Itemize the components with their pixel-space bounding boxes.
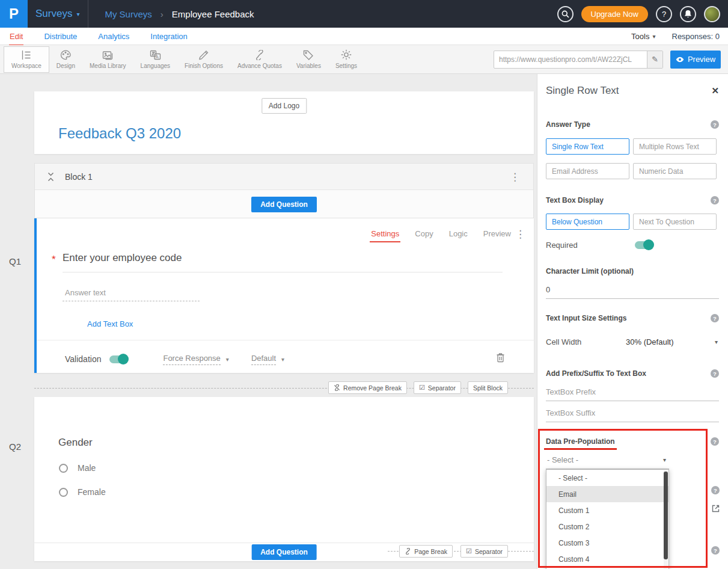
remove-page-break-button[interactable]: Remove Page Break: [328, 381, 407, 394]
close-icon[interactable]: ✕: [711, 85, 719, 96]
breadcrumb-current: Employee Feedback: [172, 9, 254, 19]
question-icon[interactable]: ?: [711, 120, 719, 129]
block-end-controls: Page Break ☑ Separator: [399, 545, 508, 558]
answer-text-field[interactable]: Answer text: [63, 287, 200, 301]
trash-icon[interactable]: [496, 352, 505, 365]
toolbar-item-finish-options[interactable]: Finish Options: [177, 46, 230, 73]
block-name[interactable]: Block 1: [65, 172, 93, 182]
collapse-block-icon[interactable]: [47, 172, 55, 182]
dropdown-option-email[interactable]: Email: [546, 486, 668, 502]
character-limit-input[interactable]: [546, 283, 719, 299]
dropdown-option-custom4[interactable]: Custom 4: [546, 551, 668, 567]
scrollbar-thumb[interactable]: [664, 472, 668, 559]
cell-width-value[interactable]: 30% (Default): [626, 337, 673, 346]
product-label: Surveys: [35, 8, 72, 20]
data-prepopulation-select[interactable]: - Select - ▾: [546, 454, 669, 469]
svg-text:A: A: [156, 54, 159, 60]
question-card-q1: Settings Copy Logic Preview ⋮ * Enter yo…: [34, 218, 534, 373]
block-menu-icon[interactable]: ⋮: [510, 170, 520, 183]
chevron-down-icon[interactable]: ▾: [281, 356, 284, 363]
toolbar-item-design[interactable]: Design: [49, 46, 82, 73]
scrollbar[interactable]: [664, 470, 668, 569]
required-toggle[interactable]: [635, 241, 653, 249]
question-text-q2[interactable]: Gender: [58, 437, 93, 449]
tab-copy[interactable]: Copy: [415, 229, 433, 238]
required-asterisk: *: [52, 254, 56, 266]
design-icon: [60, 50, 72, 60]
add-question-button-top[interactable]: Add Question: [251, 197, 317, 212]
radio-button[interactable]: [59, 488, 68, 497]
split-block-button[interactable]: Split Block: [468, 381, 508, 394]
surveys-product-menu[interactable]: Surveys ▾: [35, 8, 79, 20]
toolbar-item-media-library[interactable]: Media Library: [82, 46, 133, 73]
question-icon[interactable]: ?: [711, 369, 719, 378]
breadcrumb-parent[interactable]: My Surveys: [105, 9, 151, 19]
survey-url-input[interactable]: [494, 55, 647, 64]
survey-url-box: ✎: [494, 51, 663, 69]
toolbar-item-workspace[interactable]: Workspace: [4, 46, 49, 73]
question-text-q1[interactable]: Enter your employee code: [63, 252, 182, 264]
breadcrumb-separator: ›: [161, 9, 164, 19]
default-dropdown[interactable]: Default: [251, 354, 276, 365]
add-logo-button[interactable]: Add Logo: [262, 98, 307, 114]
responses-count[interactable]: Responses: 0: [672, 32, 720, 41]
question-menu-icon[interactable]: ⋮: [515, 228, 525, 241]
force-response-dropdown[interactable]: Force Response: [163, 354, 220, 365]
survey-title[interactable]: Feedback Q3 2020: [58, 125, 181, 142]
page-break-button[interactable]: Page Break: [399, 545, 453, 558]
option-single-row-text[interactable]: Single Row Text: [546, 138, 629, 155]
add-text-box-link[interactable]: Add Text Box: [87, 319, 133, 328]
search-button[interactable]: [557, 6, 574, 22]
textbox-suffix-input[interactable]: [546, 407, 719, 422]
nav-tab-edit[interactable]: Edit: [10, 32, 23, 41]
nav-tab-analytics[interactable]: Analytics: [98, 32, 129, 41]
chevron-down-icon[interactable]: ▾: [715, 339, 718, 345]
add-question-button-bottom[interactable]: Add Question: [251, 544, 317, 560]
preview-button[interactable]: Preview: [670, 51, 721, 69]
question-icon[interactable]: ?: [711, 546, 720, 555]
prefix-suffix-section: Add Prefix/Suffix To Text Box ?: [546, 369, 719, 378]
search-icon: [561, 10, 569, 18]
user-avatar[interactable]: [704, 6, 720, 22]
help-button[interactable]: ?: [656, 6, 672, 22]
validation-toggle[interactable]: [109, 355, 127, 363]
option-email-address[interactable]: Email Address: [546, 163, 629, 179]
edit-url-button[interactable]: ✎: [647, 51, 662, 68]
external-link-icon[interactable]: [711, 504, 720, 515]
dropdown-option-custom3[interactable]: Custom 3: [546, 535, 668, 551]
topbar-actions: Upgrade Now ?: [557, 6, 728, 22]
data-prepopulation-section: Data Pre-Population ?: [546, 437, 719, 446]
notifications-button[interactable]: [680, 6, 696, 22]
question-icon[interactable]: ?: [711, 314, 719, 322]
option-numeric-data[interactable]: Numeric Data: [633, 163, 717, 179]
dropdown-option-custom2[interactable]: Custom 2: [546, 518, 668, 535]
dropdown-option-custom1[interactable]: Custom 1: [546, 502, 668, 518]
option-next-to-question[interactable]: Next To Question: [633, 214, 717, 230]
question-icon[interactable]: ?: [711, 486, 720, 494]
text-input-size-section: Text Input Size Settings ?: [546, 314, 719, 322]
option-below-question[interactable]: Below Question: [546, 214, 629, 230]
upgrade-now-button[interactable]: Upgrade Now: [581, 6, 649, 22]
toolbar-item-languages[interactable]: A Languages: [133, 46, 178, 73]
toolbar-item-variables[interactable]: Variables: [289, 46, 328, 73]
textbox-prefix-input[interactable]: [546, 386, 719, 401]
separator-button-bottom[interactable]: ☑ Separator: [460, 545, 508, 558]
questionpro-logo[interactable]: P: [0, 0, 28, 28]
toolbar-item-advance-quotas[interactable]: Advance Quotas: [230, 46, 289, 73]
tab-settings[interactable]: Settings: [371, 229, 399, 238]
nav-tab-distribute[interactable]: Distribute: [44, 32, 77, 41]
dropdown-option-select[interactable]: - Select -: [546, 470, 668, 486]
question-icon[interactable]: ?: [711, 437, 719, 446]
option-multiple-rows-text[interactable]: Multiple Rows Text: [633, 138, 717, 155]
nav-tab-integration[interactable]: Integration: [150, 32, 187, 41]
eye-icon: [676, 57, 684, 63]
toolbar-item-settings[interactable]: Settings: [328, 46, 364, 73]
radio-button[interactable]: [59, 464, 68, 473]
question-icon[interactable]: ?: [711, 196, 719, 205]
answer-option-male: Male: [59, 463, 96, 473]
tab-preview[interactable]: Preview: [483, 229, 511, 238]
chevron-down-icon[interactable]: ▾: [226, 356, 229, 363]
tab-logic[interactable]: Logic: [449, 229, 468, 238]
tools-menu[interactable]: Tools ▾: [631, 32, 655, 41]
separator-button-top[interactable]: ☑ Separator: [414, 381, 461, 394]
